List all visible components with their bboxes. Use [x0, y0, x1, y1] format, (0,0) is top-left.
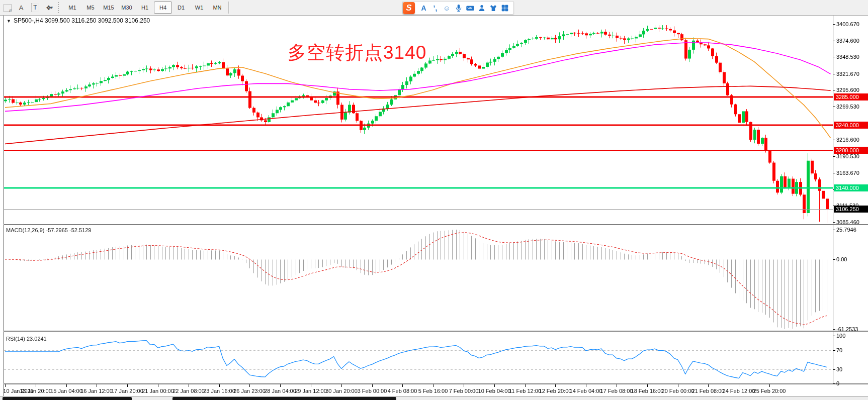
chart-grid-icon[interactable]: F: [1, 2, 14, 14]
price-axis-tick: 3374.600: [836, 38, 859, 44]
rsi-axis-tick: 70: [836, 347, 842, 354]
price-axis-tick: 3269.530: [836, 104, 859, 110]
time-axis-label: 22 Jan 08:00: [172, 388, 205, 394]
rsi-axis-tick: 100: [836, 333, 845, 339]
price-axis-tick: 3085.460: [836, 219, 859, 226]
current-price-badge: 3106.250: [834, 206, 868, 213]
time-axis-label: 26 Jan 23:00: [233, 388, 266, 394]
price-axis-tick: 3163.670: [836, 170, 859, 176]
voice-input-icon[interactable]: [453, 3, 464, 13]
mt4-window: F A T ❖▾ M1M5M15M30H1H4D1W1MN S A’,☺ ▼SP…: [0, 0, 868, 400]
level-price-badge[interactable]: 3285.000: [834, 93, 868, 101]
level-price-badge[interactable]: 3200.000: [834, 147, 868, 154]
rsi-label: RSI(14) 23.0241: [6, 336, 47, 342]
time-axis-label: 17 Jan 20:00: [111, 388, 143, 394]
time-axis-label: 12 Feb 20:00: [539, 388, 572, 394]
time-axis-label: 14 Feb 04:00: [570, 388, 602, 394]
symbol-ohlc-text: SP500-,H4 3099.500 3116.250 3092.500 310…: [14, 17, 150, 24]
time-axis-label: 10 Feb 04:00: [478, 388, 511, 394]
level-price-badge[interactable]: 3140.000: [834, 184, 868, 191]
time-axis-label: 20 Feb 00:00: [662, 388, 695, 394]
taskbar-edge: [0, 396, 868, 400]
punctuation-icon[interactable]: ’,: [430, 3, 441, 13]
dropdown-caret-icon[interactable]: ▾: [51, 5, 53, 10]
toolbar-separator: [228, 2, 229, 14]
chart-annotation-text[interactable]: 多空转折点3140: [288, 40, 426, 65]
sogou-logo-icon[interactable]: S: [403, 2, 415, 14]
chart-header: ▼SP500-,H4 3099.500 3116.250 3092.500 31…: [7, 17, 150, 24]
chart-canvas[interactable]: [0, 0, 868, 400]
time-axis-label: 4 Feb 08:00: [388, 388, 417, 394]
level-price-badge[interactable]: 3240.000: [834, 122, 868, 129]
draw-objects-icon[interactable]: ❖▾: [43, 2, 56, 14]
time-axis-label: 17 Feb 08:00: [600, 388, 633, 394]
time-axis-label: 16 Jan 12:00: [80, 388, 113, 394]
skin-icon[interactable]: [488, 3, 498, 13]
time-axis-label: 3 Feb 00:00: [358, 388, 387, 394]
rsi-axis-tick: 0: [836, 380, 839, 387]
account-icon[interactable]: [476, 3, 487, 13]
taskbar-segment[interactable]: [172, 397, 396, 400]
price-axis-tick: 3321.670: [836, 71, 859, 77]
timeframe-button-h4[interactable]: H4: [154, 2, 172, 14]
timeframe-button-m5[interactable]: M5: [81, 2, 100, 14]
timeframe-button-h1[interactable]: H1: [136, 2, 154, 14]
time-axis-label: 23 Jan 16:00: [203, 388, 235, 394]
timeframe-group: M1M5M15M30H1H4D1W1MN: [63, 2, 226, 14]
time-axis-label: 18 Feb 16:00: [631, 388, 664, 394]
macd-axis-tick: 0.00: [836, 256, 847, 263]
timeframe-button-w1[interactable]: W1: [190, 2, 208, 14]
time-axis-label: 11 Feb 12:00: [509, 388, 541, 394]
text-label-icon[interactable]: A: [15, 2, 28, 14]
price-axis-tick: 3400.670: [836, 21, 859, 28]
macd-axis-tick: -61.2533: [836, 326, 858, 333]
input-mode-icon[interactable]: A: [418, 3, 429, 13]
timeframe-button-m30[interactable]: M30: [118, 2, 136, 14]
timeframe-button-m1[interactable]: M1: [63, 2, 81, 14]
timeframe-button-d1[interactable]: D1: [172, 2, 190, 14]
time-axis-label: 7 Feb 00:00: [449, 388, 479, 394]
menu-grid-icon[interactable]: [499, 3, 510, 13]
collapse-triangle-icon[interactable]: ▼: [7, 19, 11, 24]
timeframe-button-mn[interactable]: MN: [208, 2, 226, 14]
emoji-icon[interactable]: ☺: [442, 3, 452, 13]
time-axis-label: 5 Feb 16:00: [418, 388, 448, 394]
rsi-axis-tick: 30: [836, 366, 842, 373]
time-axis-label: 24 Feb 12:00: [723, 388, 755, 394]
text-tool-icon[interactable]: T: [29, 2, 42, 14]
price-axis-tick: 3216.600: [836, 137, 859, 143]
toolbar-grip[interactable]: [58, 2, 62, 13]
time-axis-label: 21 Feb 08:00: [692, 388, 725, 394]
time-axis-label: 15 Jan 04:00: [50, 388, 82, 394]
time-axis-label: 29 Jan 12:00: [295, 388, 327, 394]
timeframe-button-m15[interactable]: M15: [100, 2, 118, 14]
macd-axis-tick: 25.7946: [836, 227, 856, 233]
price-axis-tick: 3348.530: [836, 54, 859, 60]
taskbar-segment[interactable]: [3, 397, 132, 400]
time-axis-label: 21 Jan 00:00: [142, 388, 174, 394]
time-axis-label: 28 Jan 04:00: [264, 388, 296, 394]
time-axis-label: 25 Feb 20:00: [753, 388, 786, 394]
sogou-ime-bar: S A’,☺: [402, 1, 514, 15]
price-axis-tick: 3295.600: [836, 87, 859, 93]
time-axis-label: 13 Jan 20:00: [20, 388, 52, 394]
macd-label: MACD(12,26,9) -57.2965 -52.5129: [6, 227, 91, 233]
price-axis-tick: 3190.530: [836, 153, 859, 160]
time-axis-label: 30 Jan 20:00: [325, 388, 358, 394]
soft-keyboard-icon[interactable]: [465, 3, 475, 13]
